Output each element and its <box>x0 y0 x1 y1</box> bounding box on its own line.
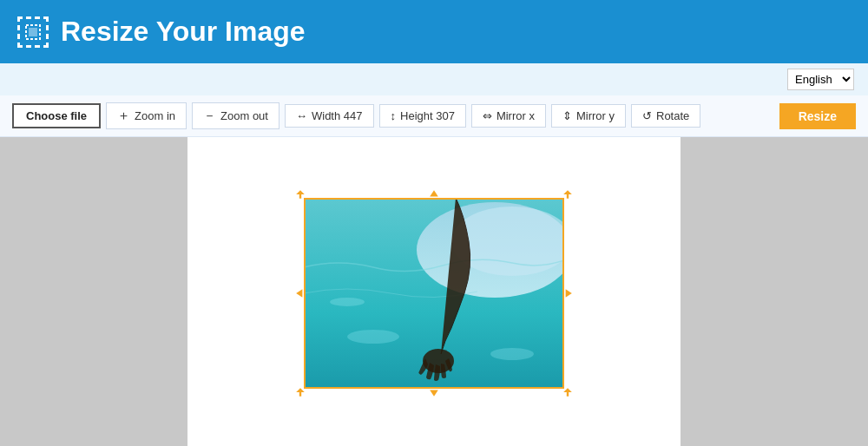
resize-handle-top[interactable] <box>429 189 439 200</box>
resize-handle-right[interactable] <box>562 288 573 298</box>
page-title: Resize Your Image <box>61 16 306 48</box>
canvas-area <box>187 137 681 446</box>
mirror-y-button[interactable]: ⇕ Mirror y <box>551 104 626 128</box>
image-preview <box>304 198 564 389</box>
svg-rect-1 <box>29 28 37 36</box>
app-logo-icon <box>17 16 49 48</box>
zoom-in-button[interactable]: ＋ Zoom in <box>106 102 187 129</box>
resize-handle-left[interactable] <box>295 288 306 298</box>
svg-marker-16 <box>566 289 572 298</box>
svg-point-7 <box>490 348 534 360</box>
resize-button[interactable]: Resize <box>779 103 856 129</box>
language-selector[interactable]: English French Spanish German <box>787 69 854 90</box>
width-icon: ↔ <box>296 109 307 122</box>
right-sidebar <box>774 137 868 446</box>
svg-point-8 <box>330 298 365 306</box>
resize-handle-top-left[interactable] <box>295 189 306 200</box>
zoom-out-button[interactable]: － Zoom out <box>192 102 279 129</box>
main-area <box>0 137 868 446</box>
zoom-out-icon: － <box>203 108 216 124</box>
height-button[interactable]: ↕ Height 307 <box>379 104 466 128</box>
mirror-x-button[interactable]: ⇔ Mirror x <box>471 104 546 128</box>
mirror-x-icon: ⇔ <box>483 109 492 122</box>
svg-marker-10 <box>563 190 572 199</box>
zoom-in-icon: ＋ <box>117 108 130 124</box>
image-container[interactable] <box>304 198 564 389</box>
svg-marker-14 <box>430 390 438 397</box>
svg-marker-13 <box>430 190 438 196</box>
toolbar: Choose file ＋ Zoom in － Zoom out ↔ Width… <box>0 95 868 137</box>
svg-marker-11 <box>296 388 305 397</box>
height-icon: ↕ <box>391 109 397 122</box>
svg-marker-9 <box>296 190 305 199</box>
rotate-icon: ↺ <box>642 109 652 122</box>
resize-handle-bottom[interactable] <box>429 387 439 397</box>
left-sidebar <box>0 137 94 446</box>
resize-handle-bottom-left[interactable] <box>295 387 306 397</box>
svg-point-6 <box>347 330 399 344</box>
resize-handle-bottom-right[interactable] <box>562 387 573 397</box>
svg-marker-12 <box>563 388 572 397</box>
choose-file-button[interactable]: Choose file <box>12 103 101 128</box>
rotate-button[interactable]: ↺ Rotate <box>631 104 700 128</box>
svg-marker-15 <box>296 289 302 298</box>
language-bar: English French Spanish German <box>0 63 868 95</box>
resize-handle-top-right[interactable] <box>562 189 573 200</box>
app-header: Resize Your Image <box>0 0 868 63</box>
mirror-y-icon: ⇕ <box>562 109 572 122</box>
width-button[interactable]: ↔ Width 447 <box>285 104 374 128</box>
